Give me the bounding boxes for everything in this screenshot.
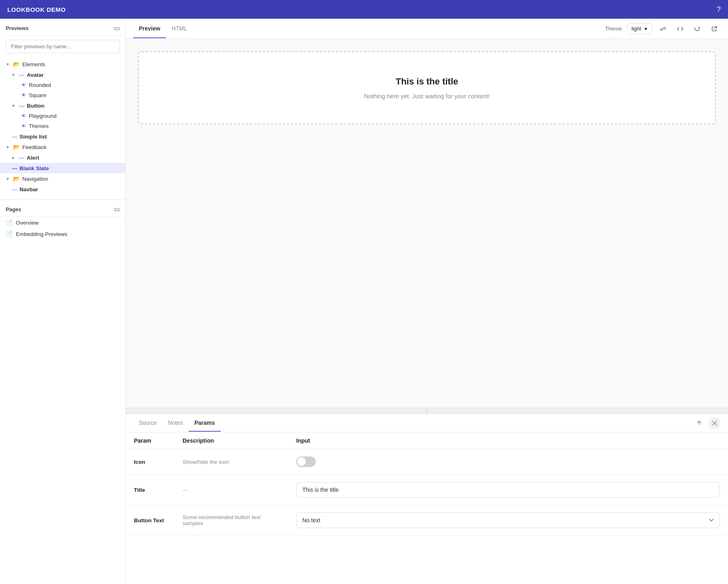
sidebar-item-elements[interactable]: ▼ 📂 Elements — [0, 59, 125, 69]
param-row-button-text: Button Text Some recommended button text… — [126, 505, 728, 536]
sidebar-item-feedback[interactable]: ▼ 📂 Feedback — [0, 142, 125, 152]
share-icon — [696, 420, 702, 426]
sidebar: Previews ▭ ▼ 📂 Elements ▼ ⸻ Avatar 👁 Rou… — [0, 19, 126, 584]
sidebar-item-themes[interactable]: 👁 Themes — [0, 121, 125, 131]
params-tbody: Icon Show/hide the icon Title — [126, 449, 728, 536]
layers-icon-blank-slate: ⸻ — [11, 165, 17, 171]
pages-collapse-icon[interactable]: ▭ — [114, 205, 120, 213]
layers-icon-avatar: ⸻ — [19, 71, 24, 78]
sidebar-item-square[interactable]: 👁 Square — [0, 90, 125, 100]
pages-header-label: Pages — [6, 206, 21, 212]
title-text-input[interactable] — [296, 482, 720, 497]
refresh-icon — [694, 26, 700, 32]
param-input-icon — [288, 449, 728, 475]
params-table: Param Description Input Icon Show/hide t… — [126, 433, 728, 584]
sidebar-item-rounded[interactable]: 👁 Rounded — [0, 80, 125, 90]
param-row-title: Title — — [126, 475, 728, 505]
panel-divider[interactable]: ≡ — [126, 408, 728, 413]
pages-label-embedding: Embedding Previews — [16, 231, 67, 237]
link-icon — [660, 26, 666, 32]
caret-elements: ▼ — [6, 62, 10, 67]
sidebar-tree: ▼ 📂 Elements ▼ ⸻ Avatar 👁 Rounded 👁 Squa… — [0, 57, 125, 196]
sidebar-label-button: Button — [27, 103, 44, 109]
col-description: Description — [174, 433, 288, 449]
eye-icon-rounded: 👁 — [21, 82, 26, 88]
sidebar-label-elements: Elements — [22, 61, 45, 67]
tab-source[interactable]: Source — [133, 415, 162, 432]
open-external-icon-btn[interactable] — [708, 22, 721, 35]
sidebar-collapse-icon[interactable]: ▭ — [114, 24, 120, 32]
sidebar-item-simple-list[interactable]: ⸻ Simple list — [0, 131, 125, 142]
right-panel: Preview HTML Theme: light ▼ — [126, 19, 728, 584]
canvas-title: This is the title — [396, 76, 458, 87]
col-param: Param — [126, 433, 174, 449]
preview-header: Preview HTML Theme: light ▼ — [126, 19, 728, 39]
tab-params[interactable]: Params — [189, 415, 221, 432]
sidebar-label-feedback: Feedback — [22, 144, 46, 150]
refresh-icon-btn[interactable] — [691, 22, 704, 35]
doc-icon-embedding: 📄 — [6, 231, 13, 237]
param-input-button-text: No text Click me Get started Learn more — [288, 505, 728, 536]
sidebar-label-playground: Playground — [29, 113, 56, 119]
param-desc-button-text: Some recommended button text samples — [174, 505, 288, 536]
layers-icon-navbar: ⸻ — [11, 186, 17, 193]
sidebar-label-alert: Alert — [27, 155, 39, 161]
sidebar-item-navigation[interactable]: ▼ 📂 Navigation — [0, 173, 125, 184]
share-icon-btn[interactable] — [693, 417, 705, 429]
icon-toggle[interactable] — [296, 456, 316, 467]
code-icon-btn[interactable] — [674, 22, 687, 35]
folder-icon-feedback: 📂 — [13, 144, 20, 150]
layers-icon-button: ⸻ — [19, 102, 24, 109]
params-thead: Param Description Input — [126, 433, 728, 449]
sidebar-item-blank-slate[interactable]: ⸻ Blank Slate — [0, 163, 125, 173]
help-icon[interactable]: ? — [717, 5, 721, 14]
param-desc-icon: Show/hide the icon — [174, 449, 288, 475]
sidebar-item-playground[interactable]: 👁 Playground — [0, 111, 125, 121]
open-external-icon — [711, 26, 717, 32]
sidebar-item-navbar[interactable]: ⸻ Navbar — [0, 184, 125, 195]
preview-header-right: Theme: light ▼ — [605, 22, 721, 35]
sidebar-header: Previews ▭ — [0, 19, 125, 36]
sidebar-header-label: Previews — [6, 25, 28, 31]
sidebar-label-square: Square — [29, 92, 47, 98]
close-icon — [712, 421, 717, 426]
pages-item-embedding[interactable]: 📄 Embedding Previews — [0, 228, 125, 240]
pages-label-overview: Overview — [16, 220, 39, 226]
theme-value: light — [631, 26, 641, 32]
sidebar-label-simple-list: Simple list — [19, 134, 47, 140]
caret-button: ▼ — [11, 104, 15, 108]
caret-feedback: ▼ — [6, 145, 10, 149]
pages-section: Pages ▭ 📄 Overview 📄 Embedding Previews — [0, 199, 125, 240]
sidebar-label-navigation: Navigation — [22, 176, 48, 182]
topbar: LOOKBOOK DEMO ? — [0, 0, 728, 19]
tab-notes[interactable]: Notes — [162, 415, 189, 432]
sidebar-item-alert[interactable]: ► ⸻ Alert — [0, 152, 125, 163]
eye-icon-playground: 👁 — [21, 113, 26, 119]
icon-toggle-knob — [297, 457, 306, 466]
filter-input[interactable] — [6, 40, 120, 53]
sidebar-label-avatar: Avatar — [27, 72, 44, 78]
tab-preview[interactable]: Preview — [133, 19, 166, 38]
sidebar-item-button[interactable]: ▼ ⸻ Button — [0, 100, 125, 111]
preview-canvas: This is the title Nothing here yet. Just… — [138, 51, 716, 124]
pages-item-overview[interactable]: 📄 Overview — [0, 217, 125, 228]
code-icon — [677, 26, 683, 31]
param-name-icon: Icon — [126, 449, 174, 475]
doc-icon-overview: 📄 — [6, 219, 13, 226]
param-desc-title: — — [174, 475, 288, 505]
theme-select[interactable]: light ▼ — [627, 23, 653, 34]
canvas-subtitle: Nothing here yet. Just waiting for your … — [364, 93, 489, 99]
param-name-title: Title — [126, 475, 174, 505]
layers-icon-simple-list: ⸻ — [11, 133, 17, 140]
button-text-select[interactable]: No text Click me Get started Learn more — [296, 513, 720, 528]
tab-html[interactable]: HTML — [166, 19, 193, 38]
params-data-table: Param Description Input Icon Show/hide t… — [126, 433, 728, 536]
sidebar-item-avatar[interactable]: ▼ ⸻ Avatar — [0, 69, 125, 80]
app-title: LOOKBOOK DEMO — [7, 6, 66, 13]
close-icon-btn[interactable] — [709, 417, 721, 429]
caret-alert: ► — [11, 156, 15, 160]
params-header-row: Param Description Input — [126, 433, 728, 449]
pages-header: Pages ▭ — [0, 200, 125, 217]
bottom-tabs-right — [693, 417, 721, 429]
link-icon-btn[interactable] — [657, 22, 670, 35]
